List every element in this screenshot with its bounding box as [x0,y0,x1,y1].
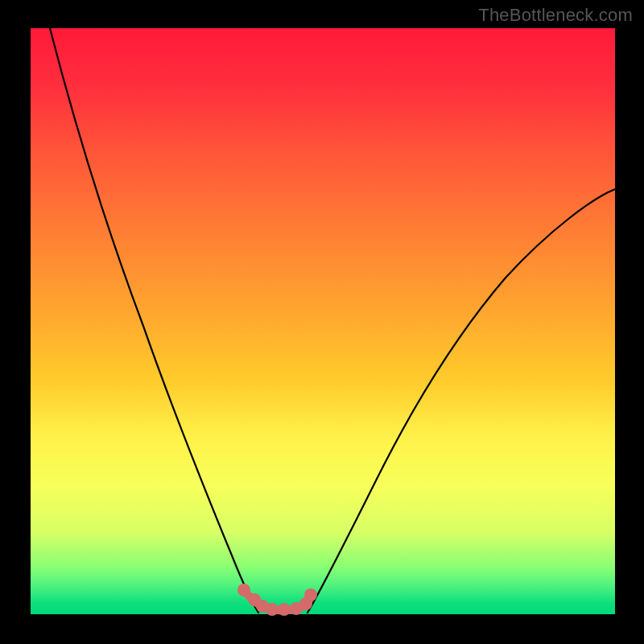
chart-svg [31,28,615,614]
curve-left-branch [50,28,258,613]
fit-dot [266,603,279,616]
bottom-fit-group [237,584,317,616]
fit-dot [304,588,317,601]
plot-area [31,28,615,614]
fit-dot [237,584,250,597]
chart-frame: TheBottleneck.com [0,0,644,644]
fit-dot [278,603,291,616]
watermark-text: TheBottleneck.com [478,5,633,26]
curve-right-branch [308,189,615,613]
